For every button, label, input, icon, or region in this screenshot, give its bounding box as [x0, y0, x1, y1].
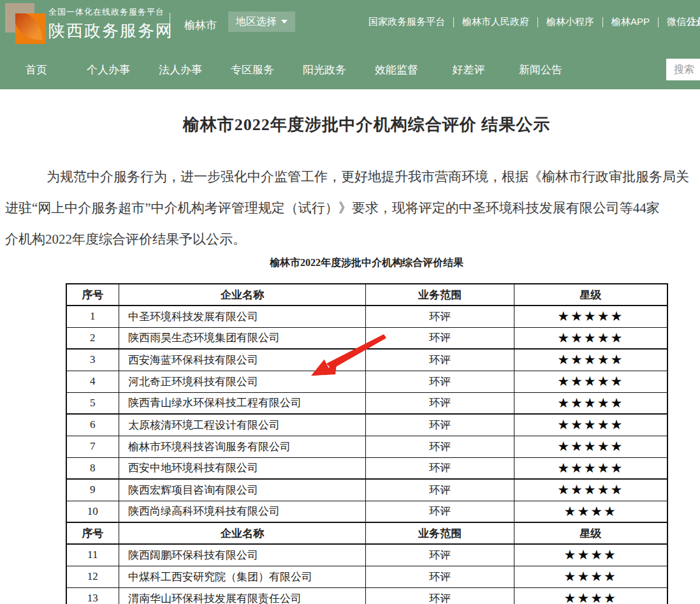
- cell-serial-number: 11: [66, 544, 119, 566]
- cell-star-rating: ★★★★★: [514, 479, 667, 501]
- table-row: 7榆林市环境科技咨询服务有限公司环评★★★★★: [66, 436, 667, 457]
- cell-serial-number: 6: [66, 414, 119, 436]
- cell-company-name: 中煤科工西安研究院（集团）有限公司: [119, 566, 366, 587]
- cell-business-scope: 环评: [366, 457, 514, 479]
- header-link-4[interactable]: 榆林APP: [611, 16, 650, 28]
- main-nav: 首页个人办事法人办事专区服务阳光政务效能监督好差评新闻公告: [0, 50, 700, 89]
- column-header: 企业名称: [119, 522, 366, 544]
- cell-business-scope: 环评: [366, 306, 514, 327]
- header-links: 国家政务服务平台榆林市人民政府榆林小程序榆林APP微信公众号: [368, 16, 700, 28]
- brand-divider: [170, 13, 170, 38]
- cell-company-name: 榆林市环境科技咨询服务有限公司: [119, 436, 366, 457]
- cell-company-name: 渭南华山环保科技发展有限责任公司: [119, 587, 366, 604]
- column-header: 序号: [66, 522, 119, 544]
- cell-star-rating: ★★★★★: [514, 414, 667, 436]
- table-row: 12中煤科工西安研究院（集团）有限公司环评★★★★: [66, 566, 667, 587]
- table-row: 1中圣环境科技发展有限公司环评★★★★★: [66, 306, 667, 327]
- cell-star-rating: ★★★★★: [514, 327, 667, 349]
- link-separator: [602, 17, 603, 27]
- cell-company-name: 太原核清环境工程设计有限公司: [119, 414, 366, 436]
- notice-page: 榆林市2022年度涉批中介机构综合评价 结果公示 为规范中介服务行为，进一步强化…: [0, 114, 700, 604]
- evaluation-results-table: 序号企业名称业务范围星级1中圣环境科技发展有限公司环评★★★★★2陕西雨昊生态环…: [66, 283, 668, 604]
- cell-star-rating: ★★★★: [514, 566, 667, 587]
- column-header: 序号: [66, 284, 119, 306]
- region-selector-button[interactable]: 地区选择: [228, 11, 295, 32]
- cell-company-name: 西安海蓝环保科技有限公司: [119, 349, 366, 371]
- cell-company-name: 陕西雨昊生态环境集团有限公司: [119, 327, 366, 349]
- cell-serial-number: 5: [66, 392, 119, 414]
- region-selector-label: 地区选择: [236, 15, 277, 29]
- cell-serial-number: 8: [66, 457, 119, 479]
- cell-serial-number: 10: [66, 501, 119, 522]
- column-header: 星级: [514, 284, 667, 306]
- nav-item-5[interactable]: 阳光政务: [303, 63, 346, 77]
- cell-star-rating: ★★★★★: [514, 457, 667, 479]
- chevron-down-icon: [281, 20, 288, 24]
- cell-star-rating: ★★★★★: [514, 392, 667, 414]
- header-link-2[interactable]: 榆林市人民政府: [462, 16, 529, 28]
- cell-serial-number: 7: [66, 436, 119, 457]
- nav-item-7[interactable]: 好差评: [447, 63, 490, 77]
- cell-star-rating: ★★★★: [514, 587, 667, 604]
- nav-item-3[interactable]: 法人办事: [159, 63, 202, 77]
- table-header-row: 序号企业名称业务范围星级: [66, 284, 667, 306]
- cell-company-name: 陕西阔鹏环保科技有限公司: [119, 544, 366, 566]
- notice-paragraph: 为规范中介服务行为，进一步强化中介监管工作，更好地提升我市营商环境，根据《榆林市…: [0, 161, 700, 255]
- register-link[interactable]: 注册: [687, 16, 700, 28]
- cell-company-name: 陕西尚绿高科环境科技有限公司: [119, 501, 366, 522]
- cell-serial-number: 1: [66, 306, 119, 327]
- nav-item-8[interactable]: 新闻公告: [519, 63, 562, 77]
- cell-serial-number: 3: [66, 349, 119, 371]
- cell-serial-number: 13: [66, 587, 119, 604]
- table-row: 3西安海蓝环保科技有限公司环评★★★★★: [66, 349, 667, 371]
- table-row: 2陕西雨昊生态环境集团有限公司环评★★★★★: [66, 327, 667, 349]
- cell-company-name: 西安中地环境科技有限公司: [119, 457, 366, 479]
- table-caption: 榆林市2022年度涉批中介机构综合评价结果: [0, 256, 700, 270]
- cell-business-scope: 环评: [366, 371, 514, 392]
- paragraph-line: 进驻“网上中介服务超市”中介机构考评管理规定（试行）》要求，现将评定的中圣环境科…: [5, 193, 700, 224]
- site-name: 陕西政务服务网: [48, 20, 173, 42]
- paragraph-line: 介机构2022年度综合评价结果予以公示。: [5, 224, 700, 255]
- table-row: 10陕西尚绿高科环境科技有限公司环评★★★★: [66, 501, 667, 522]
- table-row: 11陕西阔鹏环保科技有限公司环评★★★★: [66, 544, 667, 566]
- cell-star-rating: ★★★★: [514, 501, 667, 522]
- column-header: 企业名称: [119, 284, 366, 306]
- platform-label: 全国一体化在线政务服务平台: [48, 6, 173, 18]
- cell-business-scope: 环评: [366, 501, 514, 522]
- cell-star-rating: ★★★★★: [514, 306, 667, 327]
- nav-item-2[interactable]: 个人办事: [87, 63, 130, 77]
- column-header: 业务范围: [366, 284, 514, 306]
- table-row: 13渭南华山环保科技发展有限责任公司环评★★★★: [66, 587, 667, 604]
- cell-business-scope: 环评: [366, 544, 514, 566]
- table-row: 6太原核清环境工程设计有限公司环评★★★★★: [66, 414, 667, 436]
- site-logo-icon: [5, 3, 46, 43]
- nav-item-1[interactable]: 首页: [15, 63, 58, 77]
- header-link-3[interactable]: 榆林小程序: [546, 16, 594, 28]
- cell-star-rating: ★★★★★: [514, 436, 667, 457]
- cell-business-scope: 环评: [366, 479, 514, 501]
- cell-business-scope: 环评: [366, 587, 514, 604]
- cell-business-scope: 环评: [366, 327, 514, 349]
- header-link-1[interactable]: 国家政务服务平台: [368, 16, 445, 28]
- search-input[interactable]: [666, 59, 700, 80]
- results-table-body: 序号企业名称业务范围星级1中圣环境科技发展有限公司环评★★★★★2陕西雨昊生态环…: [66, 284, 667, 604]
- table-row: 8西安中地环境科技有限公司环评★★★★★: [66, 457, 667, 479]
- nav-item-6[interactable]: 效能监督: [375, 63, 418, 77]
- column-header: 业务范围: [366, 522, 514, 544]
- table-row: 5陕西青山绿水环保科技工程有限公司环评★★★★★: [66, 392, 667, 414]
- nav-item-4[interactable]: 专区服务: [231, 63, 274, 77]
- cell-company-name: 河北奇正环境科技有限公司: [119, 371, 366, 392]
- table-row: 9陕西宏辉项目咨询有限公司环评★★★★★: [66, 479, 667, 501]
- cell-serial-number: 2: [66, 327, 119, 349]
- column-header: 星级: [514, 522, 667, 544]
- cell-business-scope: 环评: [366, 436, 514, 457]
- cell-serial-number: 4: [66, 371, 119, 392]
- cell-star-rating: ★★★★★: [514, 371, 667, 392]
- paragraph-line: 为规范中介服务行为，进一步强化中介监管工作，更好地提升我市营商环境，根据《榆林市…: [5, 161, 700, 193]
- cell-business-scope: 环评: [366, 414, 514, 436]
- cell-serial-number: 12: [66, 566, 119, 587]
- cell-business-scope: 环评: [366, 392, 514, 414]
- page-title: 榆林市2022年度涉批中介机构综合评价 结果公示: [0, 114, 700, 136]
- logo-leaf-icon: [15, 13, 42, 40]
- link-separator: [453, 17, 454, 27]
